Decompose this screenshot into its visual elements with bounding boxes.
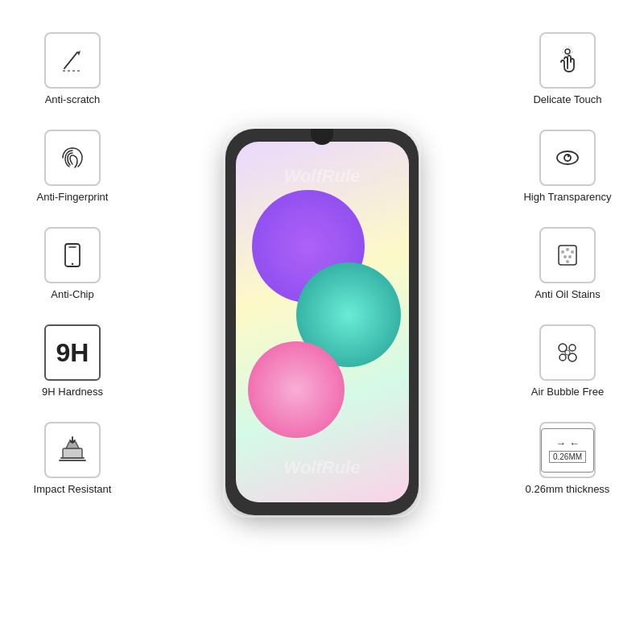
anti-chip-icon	[55, 237, 90, 273]
anti-fingerprint-icon	[55, 140, 90, 175]
svg-line-0	[64, 52, 77, 68]
thickness-arrows: → ←	[555, 437, 580, 449]
svg-point-19	[571, 250, 574, 254]
feature-anti-chip: Anti-Chip	[8, 227, 137, 300]
svg-point-12	[563, 47, 572, 56]
air-bubble-free-icon	[550, 335, 585, 370]
delicate-touch-label: Delicate Touch	[533, 93, 601, 105]
air-bubble-free-icon-box	[539, 324, 596, 381]
anti-fingerprint-icon-box	[44, 130, 101, 186]
delicate-touch-icon-box	[539, 32, 596, 89]
svg-point-17	[561, 250, 564, 254]
feature-9h-hardness: 9H 9H Hardness	[8, 324, 137, 398]
svg-rect-6	[63, 448, 82, 458]
feature-high-transparency: High Transparency	[499, 130, 636, 203]
svg-point-4	[72, 263, 73, 265]
left-features: Anti-scratch Anti-Fingerprint	[8, 32, 137, 495]
impact-resistant-icon	[55, 432, 90, 468]
feature-anti-fingerprint: Anti-Fingerprint	[8, 130, 137, 203]
feature-impact-resistant: Impact Resistant	[8, 422, 137, 495]
9h-text: 9H	[56, 338, 89, 368]
svg-point-21	[568, 255, 572, 258]
svg-point-15	[568, 155, 569, 157]
impact-resistant-label: Impact Resistant	[34, 483, 112, 495]
high-transparency-icon	[550, 140, 585, 175]
svg-point-13	[557, 151, 578, 164]
right-features: Delicate Touch High Transparency	[499, 32, 636, 495]
svg-point-25	[559, 354, 566, 361]
feature-air-bubble-free: Air Bubble Free	[499, 324, 636, 398]
svg-point-11	[565, 49, 570, 54]
feature-anti-oil-stains: Anti Oil Stains	[499, 227, 636, 300]
anti-oil-stains-icon	[550, 237, 585, 273]
svg-point-14	[564, 155, 571, 161]
page-layout: Anti-scratch Anti-Fingerprint	[0, 0, 644, 644]
feature-delicate-touch: Delicate Touch	[499, 32, 636, 105]
arrow-left-icon: ←	[569, 437, 580, 449]
svg-point-20	[564, 255, 567, 258]
arrow-right-icon: →	[555, 437, 566, 449]
anti-oil-stains-icon-box	[539, 227, 596, 283]
feature-thickness: → ← 0.26MM 0.26mm thickness	[499, 422, 636, 495]
phone-screen: WolfRule WolfRule	[236, 142, 409, 502]
phone-outer: WolfRule WolfRule	[225, 129, 419, 515]
screen-circles	[236, 142, 409, 502]
phone-center: WolfRule WolfRule	[225, 129, 419, 515]
9h-icon-box: 9H	[44, 324, 101, 381]
9h-hardness-label: 9H Hardness	[42, 386, 103, 398]
high-transparency-icon-box	[539, 130, 596, 186]
anti-scratch-label: Anti-scratch	[45, 93, 101, 105]
thickness-label: 0.26mm thickness	[526, 483, 610, 495]
impact-resistant-icon-box	[44, 422, 101, 478]
svg-point-24	[569, 345, 576, 351]
anti-scratch-icon	[55, 43, 90, 78]
anti-scratch-icon-box	[44, 32, 101, 89]
thickness-value: 0.26MM	[549, 451, 586, 463]
circle-pink	[248, 341, 345, 438]
svg-marker-1	[77, 51, 80, 56]
anti-fingerprint-label: Anti-Fingerprint	[37, 191, 109, 203]
thickness-icon-box: → ← 0.26MM	[539, 422, 596, 478]
svg-point-27	[565, 350, 570, 355]
feature-anti-scratch: Anti-scratch	[8, 32, 137, 105]
thickness-box-inner: → ← 0.26MM	[541, 428, 594, 473]
anti-oil-stains-label: Anti Oil Stains	[535, 288, 601, 300]
air-bubble-free-label: Air Bubble Free	[531, 386, 604, 398]
svg-point-22	[566, 260, 569, 263]
high-transparency-label: High Transparency	[523, 191, 611, 203]
anti-chip-label: Anti-Chip	[51, 288, 93, 300]
svg-point-18	[566, 248, 569, 251]
delicate-touch-icon	[550, 43, 585, 78]
anti-chip-icon-box	[44, 227, 101, 283]
